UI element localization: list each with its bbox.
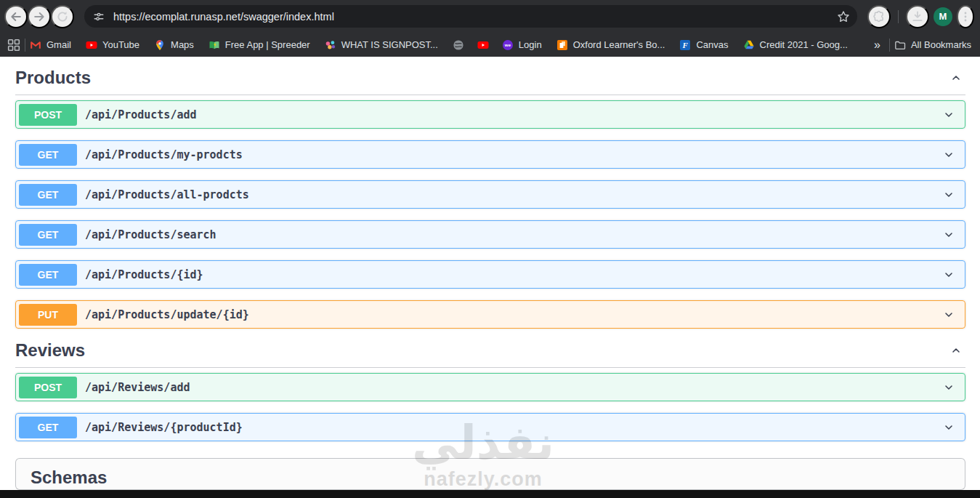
section-header: Reviews	[15, 340, 965, 361]
bookmark-label: Maps	[171, 39, 194, 50]
expand-operation-button[interactable]	[940, 226, 957, 244]
url-text[interactable]: https://ecomplat.runasp.net/swagger/inde…	[113, 11, 837, 23]
back-icon	[9, 10, 23, 23]
section-divider	[15, 95, 965, 95]
bookmarks-list: GmailYouTubeMapsFree App | SpreederWHAT …	[30, 39, 862, 51]
canvas-icon: F	[679, 39, 691, 51]
toolbar-right: M	[867, 5, 974, 28]
expand-operation-button[interactable]	[940, 419, 957, 436]
chevron-down-icon	[943, 189, 955, 201]
bookmark-item[interactable]	[477, 39, 489, 51]
expand-operation-button[interactable]	[940, 186, 957, 204]
bookmark-item[interactable]: Gmail	[30, 39, 71, 51]
url-bar[interactable]: https://ecomplat.runasp.net/swagger/inde…	[84, 5, 857, 28]
refresh-button[interactable]	[51, 5, 74, 28]
bookmark-label: Gmail	[46, 39, 71, 50]
maps-icon	[154, 39, 166, 51]
schemas-section[interactable]: Schemas	[15, 458, 965, 490]
api-section: ProductsPOST/api/Products/addGET/api/Pro…	[15, 68, 965, 329]
star-icon[interactable]	[837, 10, 850, 23]
expand-operation-button[interactable]	[940, 146, 957, 164]
forward-icon	[33, 10, 46, 23]
method-badge: GET	[19, 264, 77, 286]
menu-dots-icon	[960, 11, 971, 23]
globe-icon	[453, 39, 464, 51]
operation-row[interactable]: GET/api/Reviews/{productId}	[15, 413, 965, 441]
method-badge: POST	[19, 104, 77, 126]
chevron-up-icon	[950, 72, 962, 84]
bookmarks-overflow-button[interactable]: »	[870, 39, 885, 52]
bookmark-item[interactable]: Credit 2021 - Goog...	[743, 39, 848, 51]
site-settings-icon[interactable]	[93, 11, 105, 23]
operation-path: /api/Products/add	[85, 108, 197, 121]
expand-operation-button[interactable]	[940, 306, 957, 324]
chevron-down-icon	[943, 229, 955, 241]
chevron-down-icon	[943, 382, 955, 393]
swagger-page: ProductsPOST/api/Products/addGET/api/Pro…	[0, 57, 980, 498]
youtube-icon	[477, 39, 489, 51]
browser-menu-button[interactable]	[957, 5, 974, 28]
downloads-button[interactable]	[906, 5, 929, 28]
chevron-down-icon	[943, 422, 955, 433]
download-icon	[911, 10, 924, 23]
refresh-icon	[56, 10, 69, 23]
operation-path: /api/Products/my-prodcts	[85, 148, 243, 161]
oxford-icon	[556, 39, 568, 51]
bookmarks-divider-2	[889, 39, 890, 52]
operation-path: /api/Products/search	[85, 228, 216, 241]
bookmarks-divider	[25, 39, 25, 52]
method-badge: GET	[19, 184, 77, 206]
browser-toolbar: https://ecomplat.runasp.net/swagger/inde…	[0, 0, 980, 33]
avatar[interactable]: M	[934, 7, 952, 26]
bookmark-item[interactable]	[453, 39, 464, 51]
operation-row[interactable]: PUT/api/Products/update/{id}	[15, 300, 965, 329]
bookmark-item[interactable]: Maps	[154, 39, 194, 51]
drive-icon	[743, 39, 755, 51]
bookmark-item[interactable]: weLogin	[502, 39, 542, 51]
bookmark-item[interactable]: WHAT IS SIGNPOST...	[325, 39, 438, 51]
taskbar-strip	[0, 490, 980, 498]
gmail-icon	[30, 39, 41, 51]
collapse-section-button[interactable]	[947, 341, 965, 360]
section-divider	[15, 367, 965, 368]
method-badge: PUT	[19, 304, 77, 326]
expand-operation-button[interactable]	[940, 379, 957, 396]
operation-row[interactable]: GET/api/Products/my-prodcts	[15, 140, 965, 169]
forward-button[interactable]	[28, 5, 51, 28]
bookmark-label: Free App | Spreeder	[225, 39, 310, 50]
extensions-button[interactable]	[867, 5, 891, 28]
apps-grid-icon[interactable]	[7, 39, 20, 52]
section-title[interactable]: Reviews	[15, 340, 85, 361]
all-bookmarks-button[interactable]: All Bookmarks	[894, 39, 971, 51]
collapse-section-button[interactable]	[947, 68, 965, 87]
chevron-down-icon	[943, 309, 955, 321]
bookmark-item[interactable]: Oxford Learner's Bo...	[556, 39, 665, 51]
expand-operation-button[interactable]	[940, 266, 957, 284]
bookmark-label: WHAT IS SIGNPOST...	[341, 39, 438, 50]
operation-row[interactable]: GET/api/Products/{id}	[15, 260, 965, 289]
section-title[interactable]: Products	[15, 68, 91, 88]
bookmark-item[interactable]: YouTube	[86, 39, 139, 51]
all-bookmarks-label: All Bookmarks	[911, 39, 971, 50]
extensions-icon	[872, 10, 886, 23]
back-button[interactable]	[4, 5, 28, 28]
bookmark-item[interactable]: FCanvas	[679, 39, 728, 51]
operation-row[interactable]: POST/api/Reviews/add	[15, 373, 965, 401]
api-sections: ProductsPOST/api/Products/addGET/api/Pro…	[0, 57, 980, 490]
operation-row[interactable]: GET/api/Products/all-prodcts	[15, 180, 965, 209]
operation-row[interactable]: POST/api/Products/add	[15, 100, 965, 129]
section-header: Products	[15, 68, 965, 88]
operation-row[interactable]: GET/api/Products/search	[15, 220, 965, 249]
browser-chrome: https://ecomplat.runasp.net/swagger/inde…	[0, 0, 980, 57]
bookmark-item[interactable]: Free App | Spreeder	[208, 39, 310, 51]
folder-icon	[894, 39, 906, 51]
operation-path: /api/Products/update/{id}	[85, 308, 249, 321]
method-badge: POST	[19, 377, 77, 398]
expand-operation-button[interactable]	[940, 106, 957, 124]
bookmark-label: Login	[519, 39, 542, 50]
svg-text:we: we	[504, 42, 511, 47]
bookmark-label: YouTube	[102, 39, 139, 50]
bookmark-label: Oxford Learner's Bo...	[573, 39, 665, 50]
svg-text:F: F	[682, 41, 689, 49]
book-icon	[208, 39, 220, 51]
